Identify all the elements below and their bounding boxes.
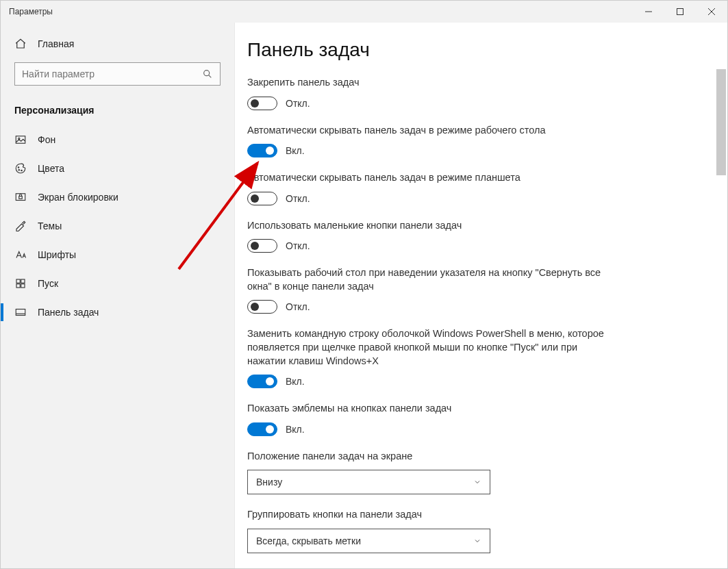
setting-position: Положение панели задач на экране Внизу <box>247 450 686 495</box>
sidebar-item-label: Пуск <box>38 278 58 289</box>
home-icon <box>14 38 27 50</box>
toggle-autohide-desktop[interactable] <box>247 144 277 157</box>
minimize-icon <box>644 8 653 16</box>
setting-label: Показать эмблемы на кнопках панели задач <box>247 402 617 416</box>
setting-label: Автоматически скрывать панель задач в ре… <box>247 171 617 185</box>
dropdown-combine[interactable]: Всегда, скрывать метки <box>247 529 490 553</box>
toggle-powershell[interactable] <box>247 375 277 388</box>
svg-rect-14 <box>21 279 25 283</box>
svg-point-8 <box>18 167 19 168</box>
setting-peek-desktop: Показывать рабочий стол при наведении ук… <box>247 266 686 314</box>
svg-point-9 <box>18 170 20 171</box>
svg-point-10 <box>21 170 23 171</box>
svg-rect-17 <box>16 309 25 316</box>
sidebar-item-label: Панель задач <box>38 307 99 318</box>
home-label: Главная <box>38 38 74 49</box>
sidebar-item-fonts[interactable]: Шрифты <box>1 240 234 269</box>
svg-rect-15 <box>16 284 20 288</box>
fonts-icon <box>14 249 27 261</box>
search-input-container[interactable] <box>14 62 221 86</box>
sidebar-item-lockscreen[interactable]: Экран блокировки <box>1 183 234 212</box>
main-panel: Панель задач Закрепить панель задач Откл… <box>235 23 727 568</box>
svg-rect-11 <box>16 194 25 201</box>
svg-rect-16 <box>21 284 25 288</box>
setting-combine: Группировать кнопки на панели задач Всег… <box>247 508 686 553</box>
toggle-autohide-tablet[interactable] <box>247 192 277 205</box>
sidebar-item-label: Фон <box>38 134 55 145</box>
svg-rect-12 <box>19 197 23 199</box>
chevron-down-icon <box>473 478 481 486</box>
sidebar-item-label: Шрифты <box>38 249 76 260</box>
setting-label: Заменить командную строку оболочкой Wind… <box>247 327 617 368</box>
toggle-peek-desktop[interactable] <box>247 300 277 314</box>
sidebar-item-label: Цвета <box>38 163 64 174</box>
titlebar: Параметры <box>1 1 727 23</box>
svg-point-7 <box>18 138 20 139</box>
sidebar-item-colors[interactable]: Цвета <box>1 154 234 183</box>
close-button[interactable] <box>696 1 727 23</box>
dropdown-value: Всегда, скрывать метки <box>256 535 361 546</box>
category-title: Персонализация <box>1 98 234 125</box>
toggle-badges[interactable] <box>247 422 277 436</box>
toggle-state-text: Вкл. <box>286 376 305 387</box>
minimize-button[interactable] <box>633 1 664 23</box>
svg-rect-13 <box>16 279 20 283</box>
window-controls <box>633 1 727 23</box>
toggle-state-text: Откл. <box>286 301 310 312</box>
home-link[interactable]: Главная <box>1 31 234 57</box>
setting-autohide-desktop: Автоматически скрывать панель задач в ре… <box>247 124 686 158</box>
sidebar-item-label: Темы <box>38 220 62 231</box>
toggle-state-text: Вкл. <box>286 145 305 156</box>
maximize-icon <box>676 8 684 16</box>
setting-label: Показывать рабочий стол при наведении ук… <box>247 266 617 293</box>
toggle-lock-taskbar[interactable] <box>247 97 277 110</box>
themes-icon <box>14 220 27 232</box>
chevron-down-icon <box>473 537 481 545</box>
maximize-button[interactable] <box>664 1 696 23</box>
picture-icon <box>14 134 27 146</box>
toggle-small-buttons[interactable] <box>247 239 277 253</box>
sidebar-item-start[interactable]: Пуск <box>1 269 234 298</box>
sidebar-item-themes[interactable]: Темы <box>1 212 234 240</box>
toggle-state-text: Откл. <box>286 193 310 204</box>
toggle-state-text: Вкл. <box>286 424 305 435</box>
sidebar: Главная Персонализация Фон Цвета Экран б… <box>1 23 235 568</box>
svg-rect-1 <box>677 9 683 15</box>
lockscreen-icon <box>14 191 27 203</box>
svg-point-4 <box>204 71 210 76</box>
setting-label: Закрепить панель задач <box>247 76 617 90</box>
toggle-state-text: Откл. <box>286 240 310 251</box>
setting-powershell: Заменить командную строку оболочкой Wind… <box>247 327 686 388</box>
setting-label: Положение панели задач на экране <box>247 450 617 464</box>
dropdown-value: Внизу <box>256 477 282 488</box>
sidebar-item-taskbar[interactable]: Панель задач <box>1 298 234 327</box>
dropdown-position[interactable]: Внизу <box>247 470 490 494</box>
setting-lock-taskbar: Закрепить панель задач Откл. <box>247 76 686 110</box>
sidebar-item-background[interactable]: Фон <box>1 125 234 154</box>
setting-autohide-tablet: Автоматически скрывать панель задач в ре… <box>247 171 686 205</box>
search-icon <box>202 68 213 79</box>
content-area: Главная Персонализация Фон Цвета Экран б… <box>1 23 727 568</box>
page-title: Панель задач <box>247 39 686 61</box>
setting-label: Группировать кнопки на панели задач <box>247 508 617 522</box>
taskbar-icon <box>14 306 27 318</box>
scrollbar-thumb[interactable] <box>716 69 726 175</box>
palette-icon <box>14 162 27 175</box>
svg-line-5 <box>209 75 212 78</box>
setting-label: Автоматически скрывать панель задач в ре… <box>247 124 617 138</box>
window-title: Параметры <box>1 7 53 16</box>
setting-badges: Показать эмблемы на кнопках панели задач… <box>247 402 686 436</box>
start-icon <box>14 277 27 290</box>
setting-small-buttons: Использовать маленькие кнопки панели зад… <box>247 219 686 253</box>
close-icon <box>707 8 716 16</box>
search-input[interactable] <box>22 68 202 79</box>
setting-label: Использовать маленькие кнопки панели зад… <box>247 219 617 233</box>
sidebar-item-label: Экран блокировки <box>38 192 118 203</box>
toggle-state-text: Откл. <box>286 98 310 109</box>
